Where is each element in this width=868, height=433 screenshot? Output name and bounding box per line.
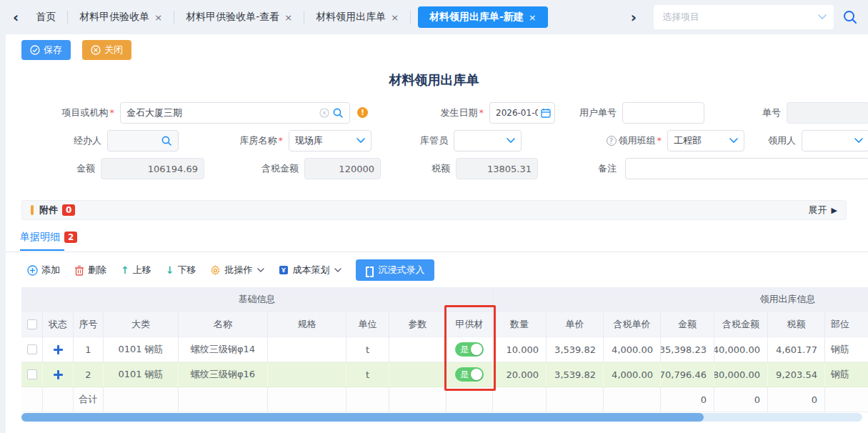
cell-extra[interactable]: 钢筋 — [825, 337, 868, 362]
close-icon[interactable]: × — [154, 12, 162, 23]
tab-outbound-new-active[interactable]: 材料领用出库单-新建 × — [418, 6, 548, 28]
total-amount-tax: 0 — [714, 387, 768, 412]
team-label-text: 领用班组 — [619, 135, 656, 146]
remark-input[interactable] — [625, 158, 868, 179]
recipient-label: 领用人 — [736, 130, 796, 151]
tab-bar: ‹ 首页 材料甲供验收单 × 材料甲供验收单-查看 × 材料领用出库单 × 材料… — [0, 0, 868, 34]
project-input[interactable]: 金石大厦三期 — [120, 102, 350, 124]
cost-planning-label: 成本策划 — [292, 264, 329, 277]
cell-seq: 2 — [74, 362, 104, 387]
help-icon[interactable]: ? — [607, 136, 617, 146]
move-up-label: 上移 — [133, 264, 151, 277]
search-icon[interactable] — [161, 135, 172, 146]
cell-amount[interactable]: 70,796.46 — [661, 362, 714, 387]
cell-amount[interactable]: 35,398.23 — [661, 337, 714, 362]
amount-tax-label: 含税金额 — [236, 158, 299, 179]
delete-row-button[interactable]: 删除 — [74, 264, 106, 277]
recipient-select[interactable] — [802, 130, 868, 151]
team-select[interactable]: 工程部 — [667, 130, 744, 151]
close-icon[interactable]: × — [284, 12, 292, 23]
header-tax: 税额 — [768, 312, 825, 337]
tab-home[interactable]: 首页 — [24, 6, 67, 28]
search-icon[interactable] — [332, 107, 344, 119]
add-row-button[interactable]: 添加 — [27, 264, 60, 277]
close-button[interactable]: 关闭 — [82, 40, 131, 60]
total-tax: 0 — [768, 387, 825, 412]
cost-planning-dropdown[interactable]: 成本策划 — [279, 264, 341, 277]
cell-price-tax[interactable]: 4,000.00 — [604, 337, 661, 362]
move-up-button[interactable]: ↑ 上移 — [121, 264, 151, 277]
tabs-scroll-left-icon[interactable]: ‹ — [7, 10, 24, 24]
arrow-up-icon: ↑ — [121, 264, 129, 276]
close-icon[interactable]: × — [391, 12, 399, 23]
owner-supplied-toggle[interactable]: 是 — [455, 367, 484, 382]
horizontal-scrollbar-track[interactable] — [21, 413, 862, 422]
user-no-input[interactable] — [622, 102, 704, 124]
keeper-select[interactable] — [454, 130, 522, 151]
tab-outbound-list[interactable]: 材料领用出库单 × — [304, 6, 410, 28]
horizontal-scrollbar-thumb[interactable] — [21, 413, 704, 422]
project-selector[interactable]: 选择项目 — [654, 5, 834, 29]
cell-spec[interactable] — [268, 362, 346, 387]
cell-category[interactable]: 0101 钢筋 — [104, 362, 179, 387]
cell-param[interactable] — [389, 337, 447, 362]
move-down-button[interactable]: ↓ 下移 — [166, 264, 196, 277]
cell-tax[interactable]: 9,203.54 — [768, 362, 825, 387]
handler-input[interactable] — [107, 130, 179, 151]
table-row: 1 0101 钢筋 螺纹三级钢φ14 t 是 10.000 3,539.82 4… — [21, 337, 868, 362]
save-button[interactable]: 保存 — [21, 40, 71, 60]
expand-arrow-icon: ▶ — [832, 206, 837, 215]
chevron-down-icon — [334, 268, 341, 273]
warehouse-value: 现场库 — [295, 134, 354, 147]
cell-select — [21, 337, 43, 362]
cell-spec[interactable] — [268, 337, 346, 362]
keeper-label: 库管员 — [382, 130, 448, 151]
cell-status — [43, 362, 74, 387]
cell-name[interactable]: 螺纹三级钢φ14 — [179, 337, 268, 362]
save-label: 保存 — [44, 44, 62, 56]
group-basic-info: 基础信息 — [21, 287, 493, 312]
plus-status-icon[interactable] — [54, 370, 63, 379]
cell-qty[interactable]: 20.000 — [493, 362, 547, 387]
cell-unit[interactable]: t — [346, 362, 389, 387]
cell-price[interactable]: 3,539.82 — [547, 362, 604, 387]
clear-icon[interactable] — [319, 108, 329, 118]
cell-extra[interactable]: 钢筋 — [825, 362, 868, 387]
divider — [6, 252, 868, 252]
cell-category[interactable]: 0101 钢筋 — [104, 337, 179, 362]
warehouse-select[interactable]: 现场库 — [289, 130, 371, 151]
plus-status-icon[interactable] — [54, 345, 63, 354]
tab-label: 材料领用出库单-新建 — [429, 11, 524, 24]
tab-acceptance[interactable]: 材料甲供验收单 × — [68, 6, 174, 28]
close-icon[interactable]: × — [529, 12, 537, 23]
user-no-label: 用户单号 — [538, 102, 617, 124]
cell-name[interactable]: 螺纹三级钢φ16 — [179, 362, 268, 387]
cell-amount-tax[interactable]: 40,000.00 — [714, 337, 768, 362]
tab-acceptance-view[interactable]: 材料甲供验收单-查看 × — [174, 6, 304, 28]
cell-amount-tax[interactable]: 80,000.00 — [714, 362, 768, 387]
select-all-checkbox[interactable] — [27, 319, 37, 329]
cell-unit[interactable]: t — [346, 337, 389, 362]
row-checkbox[interactable] — [27, 344, 37, 354]
cell-price-tax[interactable]: 4,000.00 — [604, 362, 661, 387]
header-qty: 数量 — [493, 312, 547, 337]
cell-tax[interactable]: 4,601.77 — [768, 337, 825, 362]
info-icon[interactable]: ! — [357, 107, 368, 118]
search-icon[interactable] — [842, 9, 858, 25]
row-checkbox[interactable] — [27, 369, 37, 379]
tab-detail[interactable]: 单据明细 2 — [20, 231, 77, 244]
total-amount: 0 — [661, 387, 714, 412]
cell-price[interactable]: 3,539.82 — [547, 337, 604, 362]
cell-param[interactable] — [389, 362, 447, 387]
owner-supplied-toggle[interactable]: 是 — [455, 342, 484, 357]
grid-toolbar: 添加 删除 ↑ 上移 ↓ 下移 批操作 — [27, 259, 434, 281]
header-amount-tax: 含税金额 — [714, 312, 768, 337]
table-header-row: 状态 序号 大类 名称 规格 单位 参数 甲供材 数量 单价 含税单价 金额 含… — [21, 312, 868, 337]
tabs-scroll-right-icon[interactable]: › — [625, 10, 642, 24]
attachment-bar[interactable]: 附件 0 展开 ▶ — [21, 200, 847, 220]
cell-qty[interactable]: 10.000 — [493, 337, 547, 362]
immersive-entry-button[interactable]: 沉浸式录入 — [356, 259, 434, 281]
expand-button[interactable]: 展开 ▶ — [809, 204, 837, 216]
batch-actions-dropdown[interactable]: 批操作 — [210, 264, 264, 277]
delete-row-label: 删除 — [88, 264, 106, 277]
